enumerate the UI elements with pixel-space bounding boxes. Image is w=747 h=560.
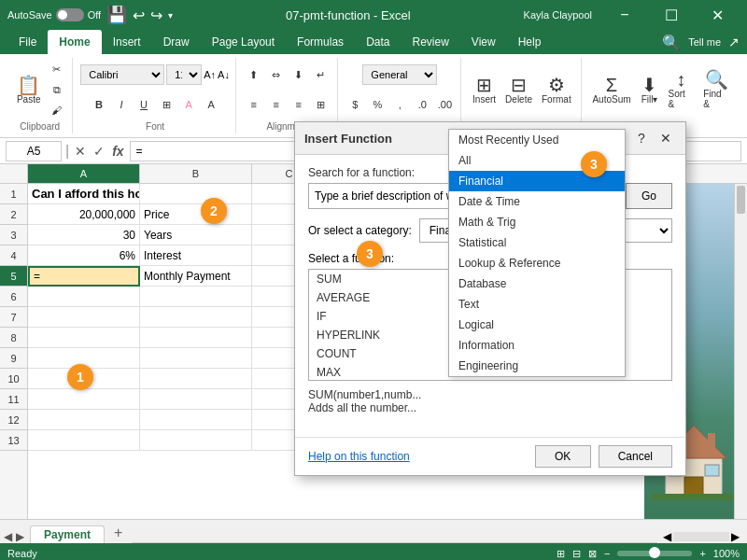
dialog-overlay: Insert Function ? ✕ Search for a functio…	[0, 0, 747, 560]
help-link[interactable]: Help on this function	[308, 450, 410, 463]
bubble-1-label: 1	[77, 370, 84, 385]
dialog-controls: ? ✕	[631, 128, 676, 148]
bubble-3b-label: 3	[366, 246, 374, 261]
cat-item-engineering[interactable]: Engineering	[449, 356, 625, 376]
func-area: SUM AVERAGE IF HYPERLINK COUNT MAX SIN M…	[308, 269, 672, 381]
bubble-2-label: 2	[210, 203, 218, 218]
cat-item-information[interactable]: Information	[449, 335, 625, 356]
cat-item-text[interactable]: Text	[449, 294, 625, 315]
footer-buttons: OK Cancel	[535, 445, 672, 468]
bubble-1: 1	[67, 364, 93, 390]
func-desc-text: SUM(number1,numb...Adds all the number..…	[308, 388, 421, 414]
go-button[interactable]: Go	[626, 183, 672, 209]
dialog-body: Search for a function: Go Or select a ca…	[295, 155, 685, 437]
dialog-footer: Help on this function OK Cancel	[295, 437, 685, 475]
cat-item-statistical[interactable]: Statistical	[449, 232, 625, 253]
dialog-help-button[interactable]: ?	[631, 128, 652, 148]
cancel-button[interactable]: Cancel	[599, 445, 672, 468]
bubble-3a-label: 3	[590, 157, 598, 172]
cat-item-logical[interactable]: Logical	[449, 315, 625, 335]
bubble-3a: 3	[581, 151, 607, 177]
dialog-title: Insert Function	[304, 132, 392, 146]
ok-button[interactable]: OK	[535, 445, 591, 468]
cat-item-mathtrig[interactable]: Math & Trig	[449, 212, 625, 232]
cat-item-database[interactable]: Database	[449, 273, 625, 294]
insert-function-dialog: Insert Function ? ✕ Search for a functio…	[294, 121, 686, 476]
cat-item-datetime[interactable]: Date & Time	[449, 191, 625, 212]
cat-item-mru[interactable]: Most Recently Used	[449, 130, 625, 150]
bubble-3b: 3	[357, 241, 383, 267]
dialog-close-button[interactable]: ✕	[655, 128, 676, 148]
cat-item-lookup[interactable]: Lookup & Reference	[449, 253, 625, 273]
function-description: SUM(number1,numb...Adds all the number..…	[308, 388, 672, 416]
category-label: Or select a category:	[308, 224, 412, 237]
bubble-2: 2	[201, 198, 227, 224]
